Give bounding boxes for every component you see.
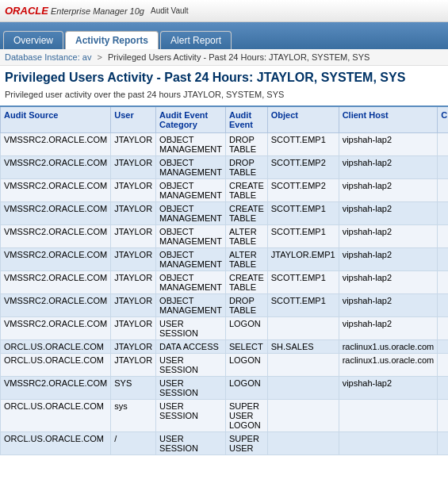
cell-extra: [438, 202, 448, 225]
col-header-audit-source[interactable]: Audit Source: [1, 106, 111, 133]
cell-user: JTAYLOR: [111, 340, 156, 354]
cell-host: raclinux1.us.oracle.com: [339, 340, 438, 354]
cell-user: JTAYLOR: [111, 179, 156, 202]
cell-source: ORCL.US.ORACLE.COM: [1, 340, 111, 354]
cell-category: USER SESSION: [156, 400, 226, 432]
cell-user: /: [111, 432, 156, 455]
cell-category: USER SESSION: [156, 432, 226, 455]
cell-source: VMSSRC2.ORACLE.COM: [1, 225, 111, 248]
cell-extra: [438, 179, 448, 202]
col-header-extra[interactable]: C: [438, 106, 448, 133]
cell-host: vipshah-lap2: [339, 271, 438, 294]
cell-user: JTAYLOR: [111, 202, 156, 225]
tab-overview[interactable]: Overview: [3, 31, 63, 49]
cell-event: SUPER USER: [225, 432, 267, 455]
cell-source: VMSSRC2.ORACLE.COM: [1, 248, 111, 271]
breadcrumb: Database Instance: av > Privileged Users…: [0, 49, 448, 66]
cell-object: SCOTT.EMP2: [267, 179, 339, 202]
page-title: Privileged Users Activity - Past 24 Hour…: [0, 66, 448, 86]
cell-event: CREATE TABLE: [225, 179, 267, 202]
cell-source: VMSSRC2.ORACLE.COM: [1, 179, 111, 202]
table-row: VMSSRC2.ORACLE.COMJTAYLOROBJECT MANAGEME…: [1, 248, 449, 271]
cell-host: vipshah-lap2: [339, 294, 438, 317]
table-row: VMSSRC2.ORACLE.COMJTAYLOROBJECT MANAGEME…: [1, 202, 449, 225]
cell-category: OBJECT MANAGEMENT: [156, 179, 226, 202]
cell-event: DROP TABLE: [225, 294, 267, 317]
table-row: VMSSRC2.ORACLE.COMJTAYLORUSER SESSIONLOG…: [1, 317, 449, 340]
cell-category: OBJECT MANAGEMENT: [156, 225, 226, 248]
cell-event: CREATE TABLE: [225, 202, 267, 225]
cell-source: VMSSRC2.ORACLE.COM: [1, 202, 111, 225]
cell-user: SYS: [111, 377, 156, 400]
page-subtitle: Privileged user activity over the past 2…: [0, 86, 448, 105]
cell-event: ALTER TABLE: [225, 248, 267, 271]
activity-table: Audit Source User Audit Event Category A…: [0, 105, 448, 455]
cell-user: JTAYLOR: [111, 317, 156, 340]
cell-category: OBJECT MANAGEMENT: [156, 133, 226, 156]
tab-alert-report[interactable]: Alert Report: [160, 31, 232, 49]
cell-host: vipshah-lap2: [339, 133, 438, 156]
cell-object: [267, 377, 339, 400]
cell-event: SELECT: [225, 340, 267, 354]
table-row: ORCL.US.ORACLE.COMJTAYLORUSER SESSIONLOG…: [1, 354, 449, 377]
cell-extra: [438, 156, 448, 179]
table-row: ORCL.US.ORACLE.COMsysUSER SESSIONSUPER U…: [1, 400, 449, 432]
cell-category: OBJECT MANAGEMENT: [156, 156, 226, 179]
col-header-user[interactable]: User: [111, 106, 156, 133]
cell-event: CREATE TABLE: [225, 271, 267, 294]
table-row: VMSSRC2.ORACLE.COMSYSUSER SESSIONLOGONvi…: [1, 377, 449, 400]
cell-object: SCOTT.EMP2: [267, 156, 339, 179]
cell-object: [267, 400, 339, 432]
breadcrumb-sep: >: [98, 52, 102, 62]
cell-object: SCOTT.EMP1: [267, 294, 339, 317]
cell-user: JTAYLOR: [111, 294, 156, 317]
tab-bar: Overview Activity Reports Alert Report: [0, 22, 448, 49]
col-header-event[interactable]: Audit Event: [225, 106, 267, 133]
cell-host: [339, 400, 438, 432]
tab-activity-reports[interactable]: Activity Reports: [65, 31, 159, 49]
cell-source: VMSSRC2.ORACLE.COM: [1, 271, 111, 294]
cell-extra: [438, 354, 448, 377]
cell-source: VMSSRC2.ORACLE.COM: [1, 156, 111, 179]
cell-object: SCOTT.EMP1: [267, 225, 339, 248]
oracle-header: ORACLE Enterprise Manager 10g Audit Vaul…: [0, 0, 448, 22]
cell-extra: [438, 248, 448, 271]
cell-user: JTAYLOR: [111, 133, 156, 156]
cell-event: SUPER USER LOGON: [225, 400, 267, 432]
cell-host: raclinux1.us.oracle.com: [339, 354, 438, 377]
breadcrumb-current: Privileged Users Activity - Past 24 Hour…: [108, 52, 370, 62]
cell-category: USER SESSION: [156, 377, 226, 400]
col-header-object[interactable]: Object: [267, 106, 339, 133]
cell-user: JTAYLOR: [111, 248, 156, 271]
table-row: VMSSRC2.ORACLE.COMJTAYLOROBJECT MANAGEME…: [1, 133, 449, 156]
cell-source: ORCL.US.ORACLE.COM: [1, 432, 111, 455]
cell-event: DROP TABLE: [225, 133, 267, 156]
cell-category: USER SESSION: [156, 354, 226, 377]
cell-host: vipshah-lap2: [339, 377, 438, 400]
cell-object: [267, 432, 339, 455]
col-header-category[interactable]: Audit Event Category: [156, 106, 226, 133]
cell-host: vipshah-lap2: [339, 156, 438, 179]
cell-object: SCOTT.EMP1: [267, 202, 339, 225]
table-row: ORCL.US.ORACLE.COMJTAYLORDATA ACCESSSELE…: [1, 340, 449, 354]
cell-extra: [438, 377, 448, 400]
cell-category: OBJECT MANAGEMENT: [156, 271, 226, 294]
cell-event: LOGON: [225, 377, 267, 400]
cell-extra: [438, 340, 448, 354]
col-header-host[interactable]: Client Host: [339, 106, 438, 133]
cell-extra: [438, 225, 448, 248]
table-row: ORCL.US.ORACLE.COM/USER SESSIONSUPER USE…: [1, 432, 449, 455]
cell-extra: [438, 432, 448, 455]
cell-extra: [438, 133, 448, 156]
cell-host: vipshah-lap2: [339, 202, 438, 225]
breadcrumb-db-link[interactable]: Database Instance: av: [5, 52, 91, 62]
oracle-product: Enterprise Manager 10g: [48, 6, 144, 16]
cell-extra: [438, 317, 448, 340]
cell-source: ORCL.US.ORACLE.COM: [1, 354, 111, 377]
cell-event: DROP TABLE: [225, 156, 267, 179]
cell-user: JTAYLOR: [111, 354, 156, 377]
cell-event: ALTER TABLE: [225, 225, 267, 248]
table-row: VMSSRC2.ORACLE.COMJTAYLOROBJECT MANAGEME…: [1, 156, 449, 179]
cell-source: VMSSRC2.ORACLE.COM: [1, 133, 111, 156]
table-row: VMSSRC2.ORACLE.COMJTAYLOROBJECT MANAGEME…: [1, 179, 449, 202]
